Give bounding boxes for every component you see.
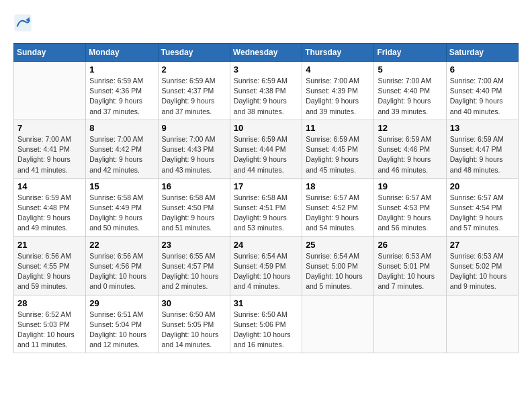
calendar-week-row: 21Sunrise: 6:56 AMSunset: 4:55 PMDayligh… [14, 236, 519, 295]
day-number: 4 [306, 64, 370, 75]
calendar-cell: 27Sunrise: 6:53 AMSunset: 5:02 PMDayligh… [446, 236, 518, 295]
calendar-cell: 10Sunrise: 6:59 AMSunset: 4:44 PMDayligh… [230, 120, 302, 178]
day-info: Sunrise: 7:00 AMSunset: 4:39 PMDaylight:… [306, 76, 370, 117]
day-number: 20 [450, 181, 515, 191]
day-of-week-header: Monday [86, 44, 158, 62]
calendar-cell [446, 295, 518, 353]
day-info: Sunrise: 7:00 AMSunset: 4:42 PMDaylight:… [89, 134, 154, 175]
day-info: Sunrise: 6:50 AMSunset: 5:05 PMDaylight:… [162, 310, 226, 351]
day-info: Sunrise: 6:50 AMSunset: 5:06 PMDaylight:… [234, 310, 298, 351]
day-number: 17 [234, 181, 298, 191]
calendar-cell: 23Sunrise: 6:55 AMSunset: 4:57 PMDayligh… [158, 236, 230, 295]
day-number: 31 [234, 298, 298, 308]
calendar-cell: 17Sunrise: 6:58 AMSunset: 4:51 PMDayligh… [230, 178, 302, 236]
day-info: Sunrise: 6:59 AMSunset: 4:47 PMDaylight:… [450, 134, 515, 175]
day-number: 5 [378, 64, 442, 75]
day-number: 11 [306, 123, 370, 133]
calendar-cell: 29Sunrise: 6:51 AMSunset: 5:04 PMDayligh… [86, 295, 158, 353]
day-info: Sunrise: 6:59 AMSunset: 4:45 PMDaylight:… [306, 134, 370, 175]
calendar-cell: 20Sunrise: 6:57 AMSunset: 4:54 PMDayligh… [446, 178, 518, 236]
calendar-week-row: 7Sunrise: 7:00 AMSunset: 4:41 PMDaylight… [14, 120, 519, 178]
calendar-cell: 24Sunrise: 6:54 AMSunset: 4:59 PMDayligh… [230, 236, 302, 295]
page-header [13, 13, 519, 32]
calendar-cell: 12Sunrise: 6:59 AMSunset: 4:46 PMDayligh… [374, 120, 446, 178]
day-info: Sunrise: 7:00 AMSunset: 4:41 PMDaylight:… [17, 134, 82, 175]
day-of-week-header: Thursday [302, 44, 374, 62]
calendar-cell: 16Sunrise: 6:58 AMSunset: 4:50 PMDayligh… [158, 178, 230, 236]
day-info: Sunrise: 6:59 AMSunset: 4:48 PMDaylight:… [17, 193, 82, 234]
calendar-header-row: SundayMondayTuesdayWednesdayThursdayFrid… [14, 44, 519, 62]
day-number: 3 [234, 64, 298, 75]
day-info: Sunrise: 6:53 AMSunset: 5:02 PMDaylight:… [450, 251, 515, 292]
day-info: Sunrise: 6:59 AMSunset: 4:37 PMDaylight:… [162, 76, 226, 117]
day-number: 21 [17, 240, 82, 250]
calendar-cell: 15Sunrise: 6:58 AMSunset: 4:49 PMDayligh… [86, 178, 158, 236]
calendar-cell: 1Sunrise: 6:59 AMSunset: 4:36 PMDaylight… [86, 62, 158, 120]
calendar-table: SundayMondayTuesdayWednesdayThursdayFrid… [13, 43, 519, 353]
day-info: Sunrise: 6:58 AMSunset: 4:50 PMDaylight:… [162, 193, 226, 234]
calendar-cell: 2Sunrise: 6:59 AMSunset: 4:37 PMDaylight… [158, 62, 230, 120]
calendar-cell: 11Sunrise: 6:59 AMSunset: 4:45 PMDayligh… [302, 120, 374, 178]
calendar-cell: 3Sunrise: 6:59 AMSunset: 4:38 PMDaylight… [230, 62, 302, 120]
logo-icon [13, 13, 32, 32]
day-number: 2 [162, 64, 226, 75]
day-number: 10 [234, 123, 298, 133]
day-number: 15 [89, 181, 154, 191]
calendar-cell: 9Sunrise: 7:00 AMSunset: 4:43 PMDaylight… [158, 120, 230, 178]
day-info: Sunrise: 6:57 AMSunset: 4:53 PMDaylight:… [378, 193, 442, 234]
day-number: 27 [450, 240, 515, 250]
calendar-cell: 31Sunrise: 6:50 AMSunset: 5:06 PMDayligh… [230, 295, 302, 353]
calendar-cell [374, 295, 446, 353]
calendar-week-row: 1Sunrise: 6:59 AMSunset: 4:36 PMDaylight… [14, 62, 519, 120]
day-number: 26 [378, 240, 442, 250]
day-info: Sunrise: 6:52 AMSunset: 5:03 PMDaylight:… [17, 310, 82, 351]
svg-rect-0 [14, 14, 31, 31]
calendar-cell: 7Sunrise: 7:00 AMSunset: 4:41 PMDaylight… [14, 120, 86, 178]
calendar-cell: 18Sunrise: 6:57 AMSunset: 4:52 PMDayligh… [302, 178, 374, 236]
calendar-cell: 6Sunrise: 7:00 AMSunset: 4:40 PMDaylight… [446, 62, 518, 120]
day-of-week-header: Tuesday [158, 44, 230, 62]
day-number: 16 [162, 181, 226, 191]
calendar-cell: 26Sunrise: 6:53 AMSunset: 5:01 PMDayligh… [374, 236, 446, 295]
calendar-cell: 14Sunrise: 6:59 AMSunset: 4:48 PMDayligh… [14, 178, 86, 236]
day-info: Sunrise: 6:59 AMSunset: 4:36 PMDaylight:… [89, 76, 154, 117]
day-info: Sunrise: 6:56 AMSunset: 4:56 PMDaylight:… [89, 251, 154, 292]
calendar-cell: 30Sunrise: 6:50 AMSunset: 5:05 PMDayligh… [158, 295, 230, 353]
day-number: 7 [17, 123, 82, 133]
day-info: Sunrise: 6:53 AMSunset: 5:01 PMDaylight:… [378, 251, 442, 292]
day-info: Sunrise: 6:59 AMSunset: 4:46 PMDaylight:… [378, 134, 442, 175]
day-number: 14 [17, 181, 82, 191]
day-info: Sunrise: 7:00 AMSunset: 4:43 PMDaylight:… [162, 134, 226, 175]
day-of-week-header: Sunday [14, 44, 86, 62]
day-info: Sunrise: 6:51 AMSunset: 5:04 PMDaylight:… [89, 310, 154, 351]
calendar-cell: 5Sunrise: 7:00 AMSunset: 4:40 PMDaylight… [374, 62, 446, 120]
day-number: 23 [162, 240, 226, 250]
day-info: Sunrise: 7:00 AMSunset: 4:40 PMDaylight:… [378, 76, 442, 117]
calendar-cell: 21Sunrise: 6:56 AMSunset: 4:55 PMDayligh… [14, 236, 86, 295]
day-info: Sunrise: 7:00 AMSunset: 4:40 PMDaylight:… [450, 76, 515, 117]
calendar-cell [14, 62, 86, 120]
day-number: 18 [306, 181, 370, 191]
day-info: Sunrise: 6:58 AMSunset: 4:49 PMDaylight:… [89, 193, 154, 234]
calendar-cell: 28Sunrise: 6:52 AMSunset: 5:03 PMDayligh… [14, 295, 86, 353]
day-number: 30 [162, 298, 226, 308]
calendar-cell: 25Sunrise: 6:54 AMSunset: 5:00 PMDayligh… [302, 236, 374, 295]
day-info: Sunrise: 6:58 AMSunset: 4:51 PMDaylight:… [234, 193, 298, 234]
day-number: 19 [378, 181, 442, 191]
calendar-cell: 4Sunrise: 7:00 AMSunset: 4:39 PMDaylight… [302, 62, 374, 120]
calendar-week-row: 14Sunrise: 6:59 AMSunset: 4:48 PMDayligh… [14, 178, 519, 236]
day-number: 28 [17, 298, 82, 308]
calendar-week-row: 28Sunrise: 6:52 AMSunset: 5:03 PMDayligh… [14, 295, 519, 353]
day-number: 25 [306, 240, 370, 250]
day-of-week-header: Saturday [446, 44, 518, 62]
day-number: 6 [450, 64, 515, 75]
calendar-cell: 22Sunrise: 6:56 AMSunset: 4:56 PMDayligh… [86, 236, 158, 295]
calendar-cell: 8Sunrise: 7:00 AMSunset: 4:42 PMDaylight… [86, 120, 158, 178]
day-info: Sunrise: 6:56 AMSunset: 4:55 PMDaylight:… [17, 251, 82, 292]
day-info: Sunrise: 6:59 AMSunset: 4:38 PMDaylight:… [234, 76, 298, 117]
day-number: 24 [234, 240, 298, 250]
day-number: 9 [162, 123, 226, 133]
day-info: Sunrise: 6:57 AMSunset: 4:52 PMDaylight:… [306, 193, 370, 234]
day-info: Sunrise: 6:55 AMSunset: 4:57 PMDaylight:… [162, 251, 226, 292]
day-number: 1 [89, 64, 154, 75]
